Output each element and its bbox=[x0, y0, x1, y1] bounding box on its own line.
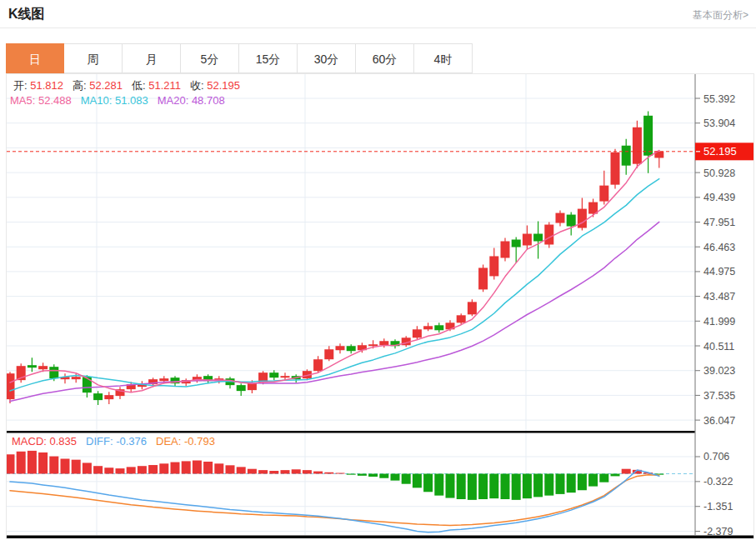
ma-readout: MA5: 52.488MA10: 51.083MA20: 48.708 bbox=[10, 94, 234, 107]
page-title: K线图 bbox=[8, 6, 45, 23]
candle-up bbox=[501, 241, 510, 258]
macd-bar bbox=[468, 474, 477, 500]
macd-bar bbox=[544, 474, 553, 496]
tab-30min[interactable]: 30分 bbox=[298, 43, 356, 73]
macd-bar bbox=[93, 466, 103, 473]
candle-up bbox=[599, 186, 608, 202]
candle-down bbox=[83, 377, 92, 392]
candle-down bbox=[28, 365, 37, 368]
ma20-line bbox=[10, 222, 659, 401]
macd-bar bbox=[292, 469, 301, 473]
macd-bar bbox=[336, 473, 345, 474]
candle-up bbox=[523, 234, 532, 246]
macd-tick-label: -2.379 bbox=[703, 526, 733, 538]
macd-bar bbox=[622, 469, 631, 474]
readout-item: DEA: -0.793 bbox=[156, 435, 215, 448]
candle-up bbox=[104, 395, 113, 399]
candle-down bbox=[237, 385, 246, 391]
tab-60min[interactable]: 60分 bbox=[356, 43, 414, 73]
macd-bar bbox=[138, 466, 147, 473]
tab-5min[interactable]: 5分 bbox=[181, 43, 239, 73]
macd-bar bbox=[148, 465, 158, 473]
macd-bar bbox=[556, 474, 565, 494]
macd-tick-label: -0.322 bbox=[703, 476, 733, 488]
macd-bar bbox=[434, 474, 443, 496]
macd-bar bbox=[49, 457, 58, 474]
ma10-line bbox=[10, 179, 659, 391]
macd-bar bbox=[533, 474, 543, 498]
candle-up bbox=[38, 366, 48, 369]
fundamental-analysis-link[interactable]: 基本面分析> bbox=[693, 8, 748, 22]
candle-up bbox=[379, 341, 388, 345]
current-price-tag: 52.195 bbox=[695, 142, 753, 160]
readout-item: MA5: 52.488 bbox=[10, 94, 72, 107]
candle-up bbox=[336, 346, 345, 350]
candles-group bbox=[7, 111, 663, 405]
price-tick-label: 46.463 bbox=[703, 242, 735, 253]
candle-up bbox=[633, 128, 642, 164]
price-tick-label: 43.487 bbox=[703, 291, 735, 302]
readout-item: 收: 52.195 bbox=[190, 79, 240, 92]
candle-up bbox=[611, 152, 620, 185]
macd-bar bbox=[313, 472, 323, 474]
tab-day[interactable]: 日 bbox=[6, 43, 64, 73]
kline-chart-svg[interactable]: 55.39253.90450.92849.43947.95146.46344.9… bbox=[7, 74, 753, 539]
macd-bar bbox=[248, 469, 257, 474]
macd-bar bbox=[379, 474, 388, 478]
candle-up bbox=[368, 344, 378, 346]
macd-tick-label: 0.706 bbox=[703, 451, 729, 462]
macd-bar bbox=[116, 468, 125, 473]
macd-bar bbox=[303, 470, 312, 473]
candle-down bbox=[49, 367, 58, 378]
candle-up bbox=[159, 378, 168, 381]
macd-bar bbox=[347, 474, 356, 475]
tab-15min[interactable]: 15分 bbox=[239, 43, 298, 73]
candle-up bbox=[7, 373, 15, 399]
tab-month[interactable]: 月 bbox=[123, 43, 181, 73]
macd-bar bbox=[512, 474, 521, 500]
tab-4hour[interactable]: 4时 bbox=[414, 43, 473, 73]
macd-bar bbox=[127, 467, 136, 473]
macd-bar bbox=[17, 452, 26, 474]
macd-bar bbox=[159, 463, 168, 473]
macd-bar bbox=[214, 463, 223, 473]
macd-bar bbox=[182, 461, 191, 473]
macd-bar bbox=[402, 474, 411, 484]
candle-down bbox=[567, 215, 576, 227]
candle-up bbox=[313, 359, 323, 371]
grid-lines bbox=[7, 74, 695, 535]
price-tick-label: 41.999 bbox=[703, 316, 735, 328]
price-tick-label: 36.047 bbox=[703, 415, 735, 427]
macd-bar bbox=[599, 474, 608, 482]
chart-container: 55.39253.90450.92849.43947.95146.46344.9… bbox=[6, 73, 754, 539]
period-tabbar: 日周月5分15分30分60分4时 bbox=[6, 43, 473, 73]
macd-bar bbox=[457, 474, 466, 499]
macd-bar bbox=[28, 451, 37, 474]
readout-item: 低: 51.211 bbox=[132, 79, 181, 92]
macd-bar bbox=[501, 474, 510, 499]
readout-item: MACD: 0.835 bbox=[12, 435, 77, 448]
price-tick-label: 49.439 bbox=[703, 192, 735, 203]
macd-bar bbox=[446, 474, 455, 498]
tab-week[interactable]: 周 bbox=[64, 43, 123, 73]
candle-up bbox=[413, 329, 422, 338]
macd-bar bbox=[203, 462, 213, 474]
candle-up bbox=[578, 209, 587, 228]
macd-bar bbox=[7, 454, 15, 473]
macd-bar bbox=[478, 474, 488, 499]
price-tick-label: 53.904 bbox=[703, 118, 735, 129]
macd-bar bbox=[193, 461, 202, 474]
page-header: K线图 基本面分析> bbox=[0, 0, 756, 28]
macd-bar bbox=[588, 474, 598, 487]
candle-up bbox=[468, 302, 477, 314]
pane-separator bbox=[7, 431, 695, 433]
candle-up bbox=[478, 268, 488, 289]
macd-bar bbox=[567, 474, 576, 493]
macd-bar bbox=[489, 474, 498, 499]
price-tick-label: 55.392 bbox=[703, 93, 735, 105]
chart-bottom-border bbox=[7, 536, 753, 539]
macd-bar bbox=[281, 470, 290, 473]
candle-up bbox=[556, 213, 565, 223]
macd-bar bbox=[226, 465, 235, 473]
macd-bar bbox=[324, 472, 333, 474]
